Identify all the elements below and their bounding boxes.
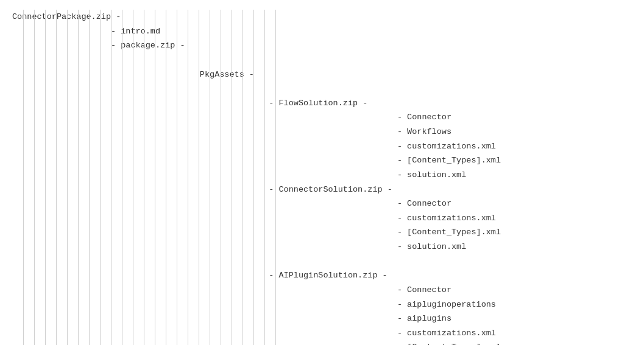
file-tree-content: ConnectorPackage.zip - - intro.md - pack… — [12, 10, 632, 345]
page-wrapper: ConnectorPackage.zip - - intro.md - pack… — [12, 10, 632, 345]
